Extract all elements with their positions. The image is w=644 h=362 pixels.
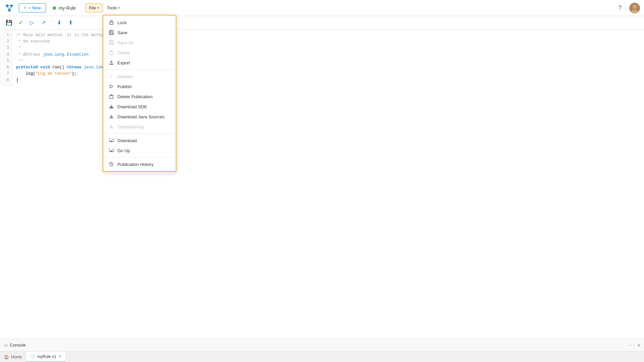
download-log-icon [109,124,114,129]
svg-rect-11 [110,31,112,32]
svg-rect-23 [110,127,113,128]
download-sdk-icon [109,104,114,109]
publish-icon [109,84,114,89]
divider-1 [103,69,176,70]
save-as-icon [109,40,114,45]
menu-item-download-label: Download [117,138,137,143]
delete-icon [109,50,114,55]
menu-item-download-log: Download log [103,122,176,132]
svg-rect-16 [110,52,113,55]
download-java-icon [109,114,114,119]
svg-rect-14 [110,41,112,42]
dropdown-overlay[interactable] [0,29,644,339]
svg-rect-15 [110,43,113,44]
menu-item-go-up[interactable]: Go Up [103,145,176,156]
menu-item-delete-publication[interactable]: Delete Publication [103,92,176,102]
menu-item-export-label: Export [117,60,130,65]
menu-item-validate: ✓ Validate [103,71,176,81]
menu-item-download-java-sources-label: Download Java Sources [117,114,164,119]
main-content: 1 2 3 4 5 6 7 8 /* Rule main method. It … [0,29,644,339]
menu-item-save-as: Save As [103,38,176,48]
divider-2 [103,133,176,134]
menu-item-save[interactable]: Save [103,29,176,38]
cloud-upload-icon [109,148,114,153]
menu-item-download-sdk[interactable]: Download SDK [103,102,176,112]
menu-item-publication-history[interactable]: Publication History [103,159,176,169]
menu-item-go-up-label: Go Up [117,148,130,153]
menu-item-download-sdk-label: Download SDK [117,104,147,109]
menu-item-download[interactable]: Download [103,135,176,145]
menu-item-delete-label: Delete [117,50,130,55]
export-icon [109,60,114,65]
cloud-download-icon [109,138,114,143]
svg-rect-19 [110,96,113,99]
menu-item-delete: Delete [103,48,176,58]
svg-rect-13 [109,41,113,45]
menu-item-save-label: Save [117,30,127,35]
menu-item-publication-history-label: Publication History [117,162,154,167]
svg-rect-22 [110,117,113,118]
menu-item-validate-label: Validate [117,74,133,79]
menu-item-delete-publication-label: Delete Publication [117,94,153,99]
menu-item-export[interactable]: Export [103,58,176,68]
delete-publication-icon [109,94,114,99]
menu-item-download-java-sources[interactable]: Download Java Sources [103,112,176,122]
menu-item-publish[interactable]: Publish [103,81,176,92]
save-icon [109,30,114,35]
history-icon [109,162,114,167]
menu-item-download-log-label: Download log [117,124,144,129]
menu-item-publish-label: Publish [117,84,132,89]
divider-3 [103,157,176,158]
menu-item-save-as-label: Save As [117,40,133,45]
svg-rect-12 [110,33,113,34]
check-icon: ✓ [109,74,114,79]
file-dropdown-menu: Lock Save Save As [103,29,176,172]
svg-marker-18 [110,85,113,88]
